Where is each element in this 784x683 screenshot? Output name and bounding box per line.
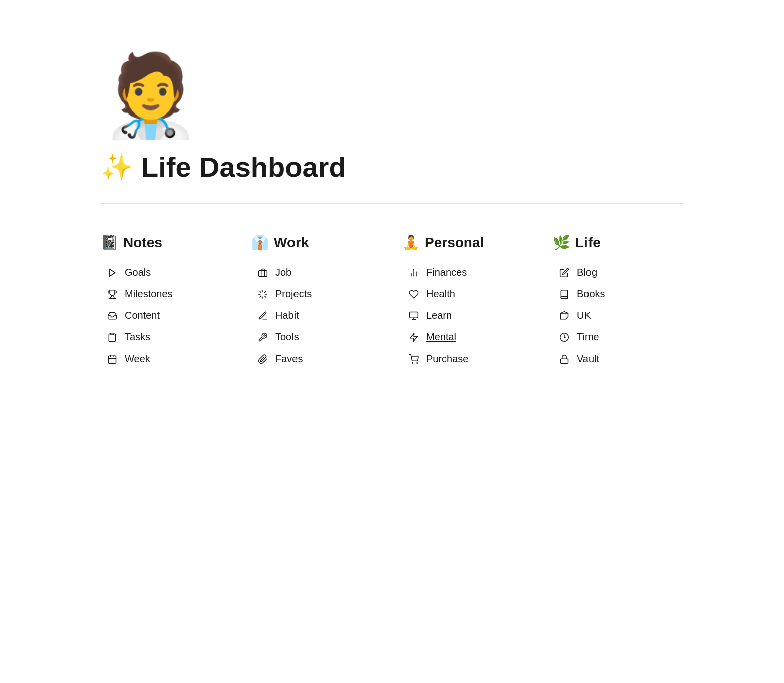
svg-point-23: [417, 362, 418, 363]
svg-rect-2: [109, 356, 116, 363]
mental-label: Mental: [426, 331, 456, 343]
vault-icon: [558, 354, 571, 364]
column-work: 👔 Work Job Projects: [251, 234, 382, 369]
svg-line-9: [260, 291, 261, 292]
menu-item-time[interactable]: Time: [553, 327, 683, 347]
vault-label: Vault: [577, 353, 599, 365]
column-personal: 🧘 Personal Finances Health: [402, 234, 533, 369]
menu-item-milestones[interactable]: Milestones: [101, 284, 231, 304]
svg-marker-21: [410, 333, 418, 342]
tasks-label: Tasks: [125, 331, 150, 343]
goals-icon: [106, 268, 119, 278]
content-label: Content: [125, 310, 160, 321]
notes-header-text: Notes: [123, 235, 162, 251]
week-label: Week: [125, 353, 150, 365]
health-label: Health: [426, 288, 455, 300]
menu-item-habit[interactable]: Habit: [251, 306, 382, 325]
page-title: ✨ Life Dashboard: [101, 151, 683, 183]
svg-rect-26: [561, 359, 568, 363]
milestones-label: Milestones: [125, 288, 173, 300]
menu-item-finances[interactable]: Finances: [402, 263, 533, 282]
blog-label: Blog: [577, 267, 597, 278]
purchase-icon: [407, 354, 420, 364]
habit-icon: [256, 311, 269, 321]
mental-icon: [407, 332, 420, 343]
column-header-life: 🌿 Life: [553, 234, 683, 251]
job-icon: [256, 268, 269, 278]
dashboard-grid: 📓 Notes Goals Milestones: [101, 234, 683, 369]
menu-item-week[interactable]: Week: [101, 349, 231, 369]
faves-icon: [256, 354, 269, 364]
menu-item-goals[interactable]: Goals: [101, 263, 231, 282]
column-header-work: 👔 Work: [251, 234, 382, 251]
divider: [101, 203, 683, 204]
purchase-label: Purchase: [426, 353, 469, 365]
title-area: ✨ Life Dashboard: [101, 151, 683, 183]
uk-icon: [558, 311, 571, 321]
svg-rect-1: [111, 333, 114, 334]
menu-item-tools[interactable]: Tools: [251, 327, 382, 347]
personal-menu-list: Finances Health Learn: [402, 263, 533, 369]
goals-label: Goals: [125, 267, 151, 278]
page-title-text: Life Dashboard: [141, 151, 346, 183]
menu-item-learn[interactable]: Learn: [402, 306, 533, 325]
menu-item-projects[interactable]: Projects: [251, 284, 382, 304]
svg-rect-6: [259, 270, 267, 276]
work-header-text: Work: [274, 235, 309, 251]
svg-point-22: [412, 362, 413, 363]
svg-line-14: [265, 291, 266, 292]
finances-icon: [407, 268, 420, 278]
tasks-icon: [106, 332, 119, 343]
work-menu-list: Job Projects Habit: [251, 263, 382, 369]
notes-icon: 📓: [101, 234, 118, 251]
blog-icon: [558, 268, 571, 278]
column-header-notes: 📓 Notes: [101, 234, 231, 251]
life-header-text: Life: [575, 235, 601, 251]
learn-icon: [407, 311, 420, 321]
menu-item-mental[interactable]: Mental: [402, 327, 533, 347]
projects-icon: [256, 289, 269, 299]
habit-label: Habit: [275, 310, 299, 321]
learn-label: Learn: [426, 310, 452, 321]
menu-item-content[interactable]: Content: [101, 306, 231, 325]
menu-item-blog[interactable]: Blog: [553, 263, 683, 282]
column-life: 🌿 Life Blog Books: [553, 234, 683, 369]
menu-item-vault[interactable]: Vault: [553, 349, 683, 369]
menu-item-uk[interactable]: UK: [553, 306, 683, 325]
tools-label: Tools: [275, 331, 299, 343]
week-icon: [106, 354, 119, 364]
health-icon: [407, 289, 420, 299]
page-container: 🧑‍⚕️ ✨ Life Dashboard 📓 Notes Goals: [0, 0, 784, 409]
milestones-icon: [106, 289, 119, 299]
menu-item-job[interactable]: Job: [251, 263, 382, 282]
svg-rect-18: [410, 312, 418, 318]
svg-line-13: [260, 296, 261, 297]
menu-item-tasks[interactable]: Tasks: [101, 327, 231, 347]
finances-label: Finances: [426, 267, 467, 278]
sparkle-icon: ✨: [101, 152, 133, 182]
menu-item-health[interactable]: Health: [402, 284, 533, 304]
books-label: Books: [577, 288, 605, 300]
content-icon: [106, 311, 119, 321]
menu-item-books[interactable]: Books: [553, 284, 683, 304]
projects-label: Projects: [275, 288, 312, 300]
personal-icon: 🧘: [402, 234, 420, 251]
notes-menu-list: Goals Milestones Content: [101, 263, 231, 369]
personal-header-text: Personal: [425, 235, 484, 251]
avatar-area: 🧑‍⚕️: [101, 40, 201, 151]
work-icon: 👔: [251, 234, 269, 251]
avatar-memoji: 🧑‍⚕️: [101, 55, 201, 136]
menu-item-purchase[interactable]: Purchase: [402, 349, 533, 369]
column-notes: 📓 Notes Goals Milestones: [101, 234, 231, 369]
menu-item-faves[interactable]: Faves: [251, 349, 382, 369]
uk-label: UK: [577, 310, 591, 321]
svg-marker-24: [561, 313, 568, 319]
life-icon: 🌿: [553, 234, 570, 251]
time-icon: [558, 332, 571, 343]
tools-icon: [256, 332, 269, 343]
svg-marker-0: [109, 269, 115, 276]
svg-line-10: [265, 296, 266, 297]
books-icon: [558, 289, 571, 299]
column-header-personal: 🧘 Personal: [402, 234, 533, 251]
job-label: Job: [275, 267, 291, 278]
